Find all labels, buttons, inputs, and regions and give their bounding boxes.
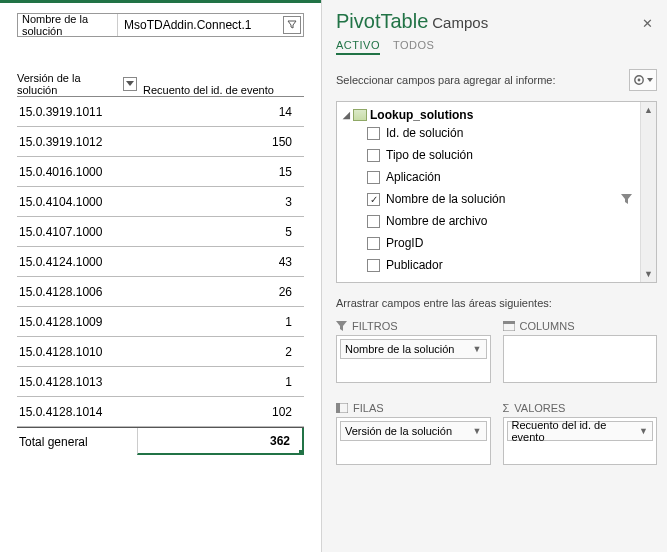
- table-row[interactable]: 15.0.4016.100015: [17, 157, 304, 187]
- columns-header: COLUMNS: [503, 317, 658, 335]
- row-count: 150: [137, 135, 304, 149]
- checkbox[interactable]: [367, 149, 380, 162]
- chevron-down-icon[interactable]: ▼: [639, 426, 648, 436]
- row-version: 15.0.4128.1009: [17, 315, 137, 329]
- table-row[interactable]: 15.0.4104.10003: [17, 187, 304, 217]
- field-item[interactable]: Aplicación: [367, 166, 638, 188]
- table-name: Lookup_solutions: [370, 108, 473, 122]
- row-version: 15.0.4128.1006: [17, 285, 137, 299]
- table-row[interactable]: 15.0.4128.10091: [17, 307, 304, 337]
- row-count: 14: [137, 105, 304, 119]
- field-item[interactable]: ProgID: [367, 232, 638, 254]
- rows-dropzone[interactable]: Versión de la solución▼: [336, 417, 491, 465]
- field-item[interactable]: ✓Nombre de la solución: [367, 188, 638, 210]
- row-header[interactable]: Versión de la solución: [17, 72, 137, 96]
- chevron-down-icon[interactable]: ▼: [473, 426, 482, 436]
- row-count: 15: [137, 165, 304, 179]
- close-pane-button[interactable]: ✕: [638, 14, 657, 33]
- rows-area: FILAS Versión de la solución▼: [336, 399, 491, 471]
- row-count: 26: [137, 285, 304, 299]
- filters-header: FILTROS: [336, 317, 491, 335]
- chevron-down-icon: [647, 78, 653, 82]
- table-icon: [353, 109, 367, 121]
- filter-dropdown-button[interactable]: [283, 16, 301, 34]
- layout-options-button[interactable]: [629, 69, 657, 91]
- checkbox-checked[interactable]: ✓: [367, 193, 380, 206]
- table-row[interactable]: 15.0.3919.101114: [17, 97, 304, 127]
- checkbox[interactable]: [367, 171, 380, 184]
- field-label: Tipo de solución: [386, 148, 473, 162]
- columns-area: COLUMNS: [503, 317, 658, 389]
- grand-total-row[interactable]: Total general 362: [17, 427, 304, 455]
- table-row[interactable]: 15.0.4128.1014102: [17, 397, 304, 427]
- filter-value: MsoTDAddin.Connect.1: [118, 18, 283, 32]
- row-header-label: Versión de la solución: [17, 72, 121, 96]
- row-count: 1: [137, 375, 304, 389]
- row-count: 3: [137, 195, 304, 209]
- row-count: 43: [137, 255, 304, 269]
- gear-icon: [633, 74, 645, 86]
- row-version: 15.0.3919.1011: [17, 105, 137, 119]
- checkbox[interactable]: [367, 237, 380, 250]
- pill-label: Versión de la solución: [345, 425, 452, 437]
- table-row[interactable]: 15.0.4128.10102: [17, 337, 304, 367]
- table-row[interactable]: 15.0.4128.100626: [17, 277, 304, 307]
- scroll-up-icon[interactable]: ▲: [641, 102, 656, 118]
- table-row[interactable]: 15.0.4128.10131: [17, 367, 304, 397]
- row-header-dropdown-icon[interactable]: [123, 77, 137, 91]
- scroll-down-icon[interactable]: ▼: [641, 266, 656, 282]
- field-list: ▲ ▼ ◢ Lookup_solutions Id. de solución T…: [336, 101, 657, 283]
- filter-pill[interactable]: Nombre de la solución▼: [340, 339, 487, 359]
- value-pill[interactable]: Recuento del id. de evento▼: [507, 421, 654, 441]
- field-scrollbar[interactable]: ▲ ▼: [640, 102, 656, 282]
- row-version: 15.0.4104.1000: [17, 195, 137, 209]
- field-label: ProgID: [386, 236, 423, 250]
- filters-dropzone[interactable]: Nombre de la solución▼: [336, 335, 491, 383]
- field-tree: ◢ Lookup_solutions Id. de solución Tipo …: [337, 102, 656, 276]
- checkbox[interactable]: [367, 259, 380, 272]
- field-label: Id. de solución: [386, 126, 463, 140]
- chevron-down-icon[interactable]: ▼: [473, 344, 482, 354]
- checkbox[interactable]: [367, 215, 380, 228]
- row-pill[interactable]: Versión de la solución▼: [340, 421, 487, 441]
- field-label: Aplicación: [386, 170, 441, 184]
- row-version: 15.0.4128.1013: [17, 375, 137, 389]
- select-fields-label: Seleccionar campos para agregar al infor…: [336, 74, 629, 86]
- row-count: 1: [137, 315, 304, 329]
- tab-active[interactable]: ACTIVO: [336, 39, 380, 55]
- columns-label: COLUMNS: [520, 320, 575, 332]
- table-row[interactable]: 15.0.4124.100043: [17, 247, 304, 277]
- table-node[interactable]: ◢ Lookup_solutions: [343, 108, 638, 122]
- filter-icon[interactable]: [621, 194, 632, 205]
- rows-header: FILAS: [336, 399, 491, 417]
- pane-title-sub: Campos: [432, 14, 488, 31]
- values-dropzone[interactable]: Recuento del id. de evento▼: [503, 417, 658, 465]
- checkbox[interactable]: [367, 127, 380, 140]
- drag-areas-label: Arrastrar campos entre las áreas siguien…: [336, 297, 657, 309]
- rows-label: FILAS: [353, 402, 384, 414]
- pane-tabs: ACTIVO TODOS: [336, 39, 657, 51]
- report-filter: Nombre de la solución MsoTDAddin.Connect…: [17, 13, 304, 37]
- table-row[interactable]: 15.0.4107.10005: [17, 217, 304, 247]
- pill-label: Recuento del id. de evento: [512, 419, 640, 443]
- values-label: VALORES: [514, 402, 565, 414]
- field-item[interactable]: Nombre de archivo: [367, 210, 638, 232]
- filters-area: FILTROS Nombre de la solución▼: [336, 317, 491, 389]
- row-version: 15.0.4107.1000: [17, 225, 137, 239]
- field-label: Nombre de la solución: [386, 192, 505, 206]
- row-version: 15.0.3919.1012: [17, 135, 137, 149]
- field-label: Nombre de archivo: [386, 214, 487, 228]
- collapse-icon[interactable]: ◢: [343, 110, 350, 120]
- pivot-fields-pane: PivotTableCampos ✕ ACTIVO TODOS Seleccio…: [321, 0, 667, 552]
- field-item[interactable]: Publicador: [367, 254, 638, 276]
- table-row[interactable]: 15.0.3919.1012150: [17, 127, 304, 157]
- sigma-icon: Σ: [503, 402, 510, 414]
- field-item[interactable]: Id. de solución: [367, 122, 638, 144]
- tab-all[interactable]: TODOS: [393, 39, 434, 51]
- row-version: 15.0.4016.1000: [17, 165, 137, 179]
- values-header: Σ VALORES: [503, 399, 658, 417]
- field-item[interactable]: Tipo de solución: [367, 144, 638, 166]
- grand-total-label: Total general: [17, 435, 137, 449]
- drop-areas: FILTROS Nombre de la solución▼ COLUMNS F…: [336, 317, 657, 471]
- columns-dropzone[interactable]: [503, 335, 658, 383]
